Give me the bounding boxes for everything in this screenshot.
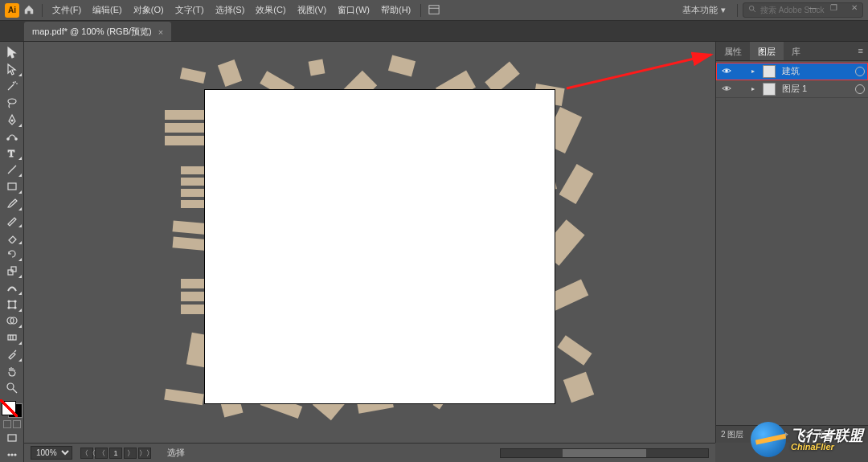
last-artboard[interactable]: 〉〉 [138, 448, 151, 459]
gradient-tool[interactable] [2, 330, 22, 345]
menu-edit[interactable]: 编辑(E) [88, 4, 127, 16]
menu-view[interactable]: 视图(V) [293, 4, 332, 16]
separator [42, 4, 43, 17]
document-tab-bar: map.pdf* @ 100% (RGB/预览) × [0, 21, 868, 42]
layer-name[interactable]: 建筑 [779, 65, 852, 77]
edit-toolbar[interactable] [2, 448, 22, 462]
scale-tool[interactable] [2, 264, 22, 278]
curvature-tool[interactable] [2, 129, 22, 144]
search-icon [748, 5, 757, 15]
line-tool[interactable] [2, 162, 22, 177]
svg-rect-20 [8, 335, 16, 340]
layer-row[interactable]: ▸ 建筑 [716, 63, 868, 80]
lasso-tool[interactable] [2, 96, 22, 110]
menu-select[interactable]: 选择(S) [211, 4, 250, 16]
panel-tab-layers[interactable]: 图层 [750, 42, 784, 60]
selection-tool[interactable] [2, 45, 22, 59]
layer-thumbnail [763, 65, 776, 78]
svg-rect-13 [9, 301, 15, 308]
svg-point-27 [11, 454, 13, 456]
svg-rect-11 [8, 270, 13, 275]
svg-rect-0 [429, 5, 439, 14]
hand-tool[interactable] [2, 364, 22, 378]
svg-rect-12 [11, 267, 16, 272]
svg-line-3 [753, 10, 755, 12]
panel-tab-libraries[interactable]: 库 [784, 42, 809, 60]
watermark: 飞行者联盟 ChinaFlier [751, 422, 863, 457]
watermark-text-en: ChinaFlier [791, 443, 863, 452]
paintbrush-tool[interactable] [2, 196, 22, 211]
expand-toggle[interactable]: ▸ [751, 67, 760, 75]
panel-menu-button[interactable]: ≡ [854, 42, 868, 60]
direct-selection-tool[interactable] [2, 62, 22, 76]
rectangle-tool[interactable] [2, 179, 22, 194]
visibility-toggle[interactable] [719, 65, 734, 78]
svg-point-7 [14, 138, 16, 140]
chevron-down-icon: ▾ [721, 5, 726, 15]
svg-point-17 [14, 307, 16, 309]
layer-thumbnail [763, 83, 776, 96]
window-minimize[interactable]: — [805, 3, 820, 12]
artboard-nav: 〈〈 〈 1 〉 〉〉 [80, 448, 151, 459]
svg-rect-30 [218, 59, 242, 87]
pencil-tool[interactable] [2, 213, 22, 227]
horizontal-scrollbar[interactable] [500, 448, 709, 458]
svg-rect-39 [165, 123, 205, 133]
workspace-switcher[interactable]: 基本功能 ▾ [676, 2, 732, 18]
svg-point-26 [8, 454, 10, 456]
zoom-select[interactable]: 100% [31, 446, 72, 460]
panel-tab-properties[interactable]: 属性 [716, 42, 750, 60]
magic-wand-tool[interactable] [2, 79, 22, 93]
menu-window[interactable]: 窗口(W) [333, 4, 375, 16]
svg-point-125 [725, 69, 728, 72]
width-tool[interactable] [2, 280, 22, 295]
visibility-toggle[interactable] [719, 83, 734, 96]
artboard-index[interactable]: 1 [109, 448, 122, 459]
prev-artboard[interactable]: 〈 [95, 448, 108, 459]
pen-tool[interactable] [2, 112, 22, 127]
color-mode-toggles[interactable] [2, 420, 22, 428]
document-tab[interactable]: map.pdf* @ 100% (RGB/预览) × [24, 22, 171, 41]
free-transform-tool[interactable] [2, 297, 22, 312]
menu-effect[interactable]: 效果(C) [251, 4, 290, 16]
separator [420, 4, 421, 17]
eraser-tool[interactable] [2, 230, 22, 244]
shape-builder-tool[interactable] [2, 314, 22, 329]
expand-toggle[interactable]: ▸ [751, 85, 760, 92]
menu-help[interactable]: 帮助(H) [376, 4, 416, 16]
svg-point-28 [14, 454, 16, 456]
watermark-logo [751, 422, 786, 457]
layers-list: ▸ 建筑 ▸ 图层 1 [716, 61, 868, 100]
menu-object[interactable]: 对象(O) [129, 4, 169, 16]
status-bar: 100% 〈〈 〈 1 〉 〉〉 选择 [24, 443, 715, 462]
zoom-control[interactable]: 100% [31, 446, 72, 460]
svg-rect-29 [180, 67, 206, 84]
eyedropper-tool[interactable] [2, 347, 22, 362]
layer-row[interactable]: ▸ 图层 1 [716, 80, 868, 98]
target-icon[interactable] [855, 67, 865, 76]
fill-color[interactable] [2, 401, 16, 415]
fill-stroke-swatch[interactable] [2, 401, 23, 418]
window-close[interactable]: ✕ [847, 3, 862, 12]
menu-file[interactable]: 文件(F) [47, 4, 86, 16]
home-button[interactable] [21, 4, 37, 17]
tab-close-button[interactable]: × [158, 27, 163, 37]
arrange-docs-button[interactable] [426, 4, 442, 17]
svg-point-14 [8, 301, 10, 302]
first-artboard[interactable]: 〈〈 [80, 448, 93, 459]
layer-count: 2 图层 [721, 429, 743, 440]
target-icon[interactable] [855, 84, 865, 94]
app-logo: Ai [5, 3, 19, 18]
rotate-tool[interactable] [2, 247, 22, 261]
layer-name[interactable]: 图层 1 [779, 83, 852, 95]
canvas-area[interactable] [24, 42, 715, 443]
svg-point-2 [749, 6, 754, 10]
menu-type[interactable]: 文字(T) [170, 4, 209, 16]
next-artboard[interactable]: 〉 [124, 448, 137, 459]
type-tool[interactable]: T [2, 145, 22, 160]
zoom-tool[interactable] [2, 381, 22, 395]
window-maximize[interactable]: ❐ [826, 3, 841, 12]
svg-point-4 [8, 99, 16, 104]
screen-mode[interactable] [2, 431, 22, 445]
svg-rect-38 [165, 110, 205, 120]
